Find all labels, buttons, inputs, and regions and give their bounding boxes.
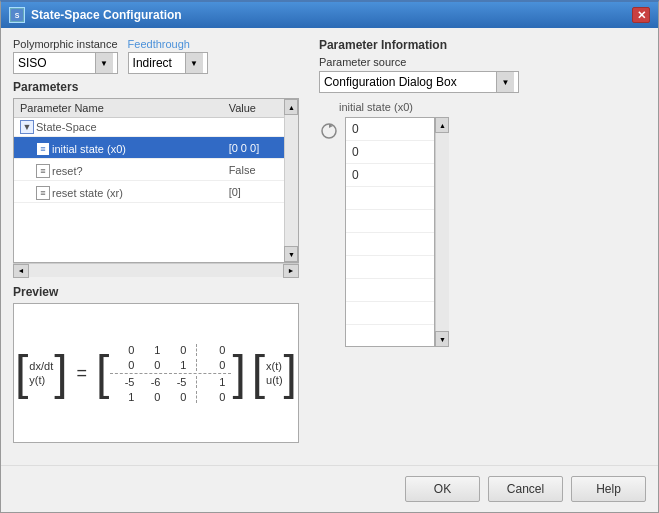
scroll-left-btn[interactable]: ◄ [13, 264, 29, 278]
table-row[interactable]: ≡ reset? False [14, 159, 298, 181]
param-label-initial: initial state (x0) [52, 143, 126, 155]
value-item-8[interactable] [346, 279, 434, 302]
param-name-reset: ≡ reset? [14, 159, 223, 181]
params-vertical-scrollbar[interactable]: ▲ ▼ [284, 99, 298, 262]
help-button[interactable]: Help [571, 476, 646, 502]
matrix-display: [ dx/dt y(t) ] = [ [14, 343, 298, 404]
table-row[interactable]: ≡ reset state (xr) [0] [14, 181, 298, 203]
ok-button[interactable]: OK [405, 476, 480, 502]
value-item-3[interactable]: 0 [346, 164, 434, 187]
feedthrough-select[interactable]: Indirect ▼ [128, 52, 208, 74]
rotate-icon[interactable] [319, 119, 339, 143]
var-xt: x(t) [266, 360, 283, 372]
param-name-resetstate: ≡ reset state (xr) [14, 181, 223, 203]
parameters-section: Parameters Parameter Name Value [13, 80, 299, 277]
right-vars: x(t) u(t) [266, 360, 283, 386]
values-with-scroll: 0 0 0 [345, 117, 449, 347]
var-yt: y(t) [29, 374, 53, 386]
param-name-initial: ≡ initial state (x0) [14, 137, 223, 159]
param-source-select[interactable]: Configuration Dialog Box ▼ [319, 71, 519, 93]
cell-1-2: 1 [142, 344, 160, 356]
polymorphic-select[interactable]: SISO ▼ [13, 52, 118, 74]
matrix-open: [ [95, 351, 110, 394]
cell-1-1: 0 [116, 344, 134, 356]
param-info-title: Parameter Information [319, 38, 646, 52]
feedthrough-dropdown-btn[interactable]: ▼ [185, 53, 203, 73]
cell-4-1: 1 [116, 391, 134, 403]
cell-3-1: -5 [116, 376, 134, 388]
param-icon-reset: ≡ [36, 164, 50, 178]
state-space-dialog: S State-Space Configuration ✕ Polymorphi… [0, 0, 659, 513]
params-table-wrapper: Parameter Name Value ▼ State-Space [13, 98, 299, 263]
param-info-section: Parameter Information Parameter source C… [319, 38, 646, 347]
preview-section: Preview [ dx/dt y(t) ] [13, 285, 299, 443]
table-row[interactable]: ▼ State-Space [14, 118, 298, 137]
table-row[interactable]: ≡ initial state (x0) [0 0 0] [14, 137, 298, 159]
param-label-resetstate: reset state (xr) [52, 187, 123, 199]
values-list-wrapper: 0 0 0 [345, 117, 435, 347]
scroll-right-btn[interactable]: ► [283, 264, 299, 278]
values-input-area: 0 0 0 [345, 117, 449, 347]
matrix-row-1: 0 1 0 0 [110, 343, 231, 357]
divider [196, 344, 197, 356]
svg-text:S: S [15, 12, 20, 19]
cancel-button[interactable]: Cancel [488, 476, 563, 502]
close-button[interactable]: ✕ [632, 7, 650, 23]
scroll-h-track [29, 264, 283, 277]
values-vertical-scrollbar[interactable]: ▲ ▼ [435, 117, 449, 347]
param-icon-resetstate: ≡ [36, 186, 50, 200]
param-icon: ≡ [36, 142, 50, 156]
cell-3-2: -6 [142, 376, 160, 388]
cell-4-4: 0 [207, 391, 225, 403]
values-scroll-down[interactable]: ▼ [435, 331, 449, 347]
matrix-close: ] [231, 351, 246, 394]
polymorphic-dropdown-btn[interactable]: ▼ [95, 53, 113, 73]
equals-sign: = [73, 363, 92, 384]
value-item-4[interactable] [346, 187, 434, 210]
left-column: Polymorphic instance SISO ▼ Feedthrough … [13, 38, 299, 443]
title-bar-left: S State-Space Configuration [9, 7, 182, 23]
value-item-2[interactable]: 0 [346, 141, 434, 164]
polymorphic-value: SISO [18, 56, 95, 70]
value-item-10[interactable] [346, 325, 434, 347]
scroll-up-btn[interactable]: ▲ [284, 99, 298, 115]
polymorphic-group: Polymorphic instance SISO ▼ [13, 38, 118, 74]
initial-state-label: initial state (x0) [339, 101, 646, 113]
polymorphic-row: Polymorphic instance SISO ▼ Feedthrough … [13, 38, 299, 74]
var-ut: u(t) [266, 374, 283, 386]
matrix-row-2: 0 0 1 0 [110, 358, 231, 372]
scroll-track [285, 115, 298, 246]
value-item-7[interactable] [346, 256, 434, 279]
horizontal-divider [110, 373, 231, 374]
divider [196, 391, 197, 403]
matrix-rows: 0 1 0 0 0 0 1 [110, 343, 231, 404]
main-matrix: [ 0 1 0 0 [95, 343, 247, 404]
cell-1-3: 0 [168, 344, 186, 356]
bracket-close-r: ] [283, 351, 298, 394]
dialog-title: State-Space Configuration [31, 8, 182, 22]
tree-node-label: State-Space [36, 121, 97, 133]
value-item-9[interactable] [346, 302, 434, 325]
value-item-5[interactable] [346, 210, 434, 233]
cell-3-3: -5 [168, 376, 186, 388]
left-vars: dx/dt y(t) [29, 360, 53, 386]
cell-2-2: 0 [142, 359, 160, 371]
tree-expand-icon[interactable]: ▼ [20, 120, 34, 134]
bracket-open: [ [14, 351, 29, 394]
divider [196, 359, 197, 371]
title-bar: S State-Space Configuration ✕ [1, 2, 658, 28]
params-horizontal-scrollbar[interactable]: ◄ ► [13, 263, 299, 277]
values-scroll-up[interactable]: ▲ [435, 117, 449, 133]
scroll-down-btn[interactable]: ▼ [284, 246, 298, 262]
cell-2-4: 0 [207, 359, 225, 371]
bracket-open-r: [ [251, 351, 266, 394]
param-source-dropdown-btn[interactable]: ▼ [496, 72, 514, 92]
feedthrough-value: Indirect [133, 56, 185, 70]
preview-box: [ dx/dt y(t) ] = [ [13, 303, 299, 443]
feedthrough-group: Feedthrough Indirect ▼ [128, 38, 208, 74]
bottom-buttons: OK Cancel Help [1, 465, 658, 512]
value-item-6[interactable] [346, 233, 434, 256]
table-header-row: Parameter Name Value [14, 99, 298, 118]
cell-3-4: 1 [207, 376, 225, 388]
value-item-1[interactable]: 0 [346, 118, 434, 141]
